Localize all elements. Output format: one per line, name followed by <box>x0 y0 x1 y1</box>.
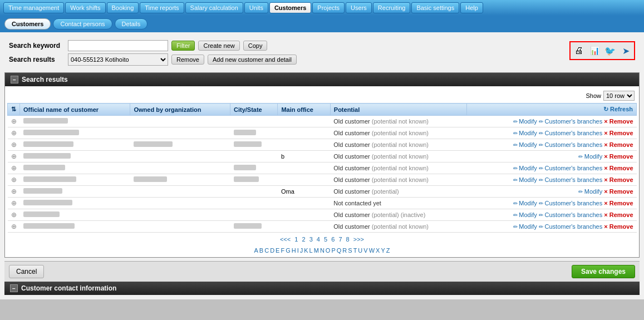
nav-recruiting[interactable]: Recruiting <box>373 2 411 13</box>
add-customer-button[interactable]: Add new customer and detail <box>208 55 297 65</box>
branches-link[interactable]: Customer's branches <box>539 211 602 218</box>
nav-projects[interactable]: Projects <box>312 2 345 13</box>
branches-link[interactable]: Customer's branches <box>539 200 602 206</box>
alpha-C[interactable]: C <box>264 247 269 254</box>
th-city-state[interactable]: City/State <box>230 104 278 116</box>
alpha-F[interactable]: F <box>280 247 285 254</box>
alpha-W[interactable]: W <box>368 247 375 254</box>
alpha-H[interactable]: H <box>291 247 297 254</box>
th-sort[interactable]: ⇅ <box>8 104 20 116</box>
modify-link[interactable]: Modify <box>513 211 537 218</box>
alpha-X[interactable]: X <box>375 247 380 254</box>
page-5[interactable]: 5 <box>323 235 330 243</box>
alpha-S[interactable]: S <box>347 247 352 254</box>
create-new-button[interactable]: Create new <box>198 41 239 51</box>
th-official-name[interactable]: Official name of customer <box>20 104 130 116</box>
modify-link[interactable]: Modify <box>578 153 602 160</box>
row-expand-icon[interactable]: ⊕ <box>11 176 17 184</box>
remove-link[interactable]: Remove <box>604 188 633 195</box>
save-button[interactable]: Save changes <box>572 265 635 278</box>
modify-link[interactable]: Modify <box>513 130 537 136</box>
modify-link[interactable]: Modify <box>578 188 602 195</box>
arrow-icon[interactable]: ➤ <box>619 44 632 57</box>
th-potential[interactable]: Potential <box>330 104 466 116</box>
alpha-V[interactable]: V <box>363 247 368 254</box>
alpha-R[interactable]: R <box>342 247 347 254</box>
branches-link[interactable]: Customer's branches <box>539 130 602 136</box>
page-4[interactable]: 4 <box>316 235 323 243</box>
remove-link[interactable]: Remove <box>604 130 633 136</box>
remove-button[interactable]: Remove <box>171 55 204 65</box>
alpha-K[interactable]: K <box>303 247 308 254</box>
row-expand-icon[interactable]: ⊕ <box>11 223 17 230</box>
modify-link[interactable]: Modify <box>513 141 537 148</box>
remove-link[interactable]: Remove <box>604 200 633 206</box>
search-results-select[interactable]: 040-555123 Kotihoito <box>68 53 168 66</box>
alpha-G[interactable]: G <box>285 247 291 254</box>
modify-link[interactable]: Modify <box>513 176 537 183</box>
page-prev[interactable]: <<< <box>279 235 293 243</box>
modify-link[interactable]: Modify <box>513 200 537 206</box>
nav-work-shifts[interactable]: Work shifts <box>65 2 105 13</box>
page-2[interactable]: 2 <box>301 235 308 243</box>
nav-time-management[interactable]: Time management <box>3 2 64 13</box>
branches-link[interactable]: Customer's branches <box>539 165 602 171</box>
row-expand-icon[interactable]: ⊕ <box>11 164 17 172</box>
subnav-customers[interactable]: Customers <box>4 18 51 29</box>
nav-help[interactable]: Help <box>460 2 483 13</box>
row-expand-icon[interactable]: ⊕ <box>11 141 17 149</box>
copy-button[interactable]: Copy <box>243 41 268 51</box>
nav-customers[interactable]: Customers <box>269 2 311 13</box>
remove-link[interactable]: Remove <box>604 153 633 160</box>
alpha-Y[interactable]: Y <box>380 247 385 254</box>
row-expand-icon[interactable]: ⊕ <box>11 211 17 219</box>
branches-link[interactable]: Customer's branches <box>539 223 602 230</box>
remove-link[interactable]: Remove <box>604 176 633 183</box>
alpha-M[interactable]: M <box>313 247 319 254</box>
contact-collapse-button[interactable]: − <box>10 284 18 292</box>
nav-units[interactable]: Units <box>244 2 268 13</box>
subnav-details[interactable]: Details <box>115 18 148 29</box>
excel-icon[interactable]: 📊 <box>588 44 601 57</box>
remove-link[interactable]: Remove <box>604 165 633 171</box>
alpha-A[interactable]: A <box>254 247 259 254</box>
page-7[interactable]: 7 <box>337 235 345 243</box>
page-6[interactable]: 6 <box>330 235 337 243</box>
nav-basic-settings[interactable]: Basic settings <box>411 2 459 13</box>
search-input[interactable] <box>68 40 168 51</box>
alpha-I[interactable]: I <box>297 247 299 254</box>
branches-link[interactable]: Customer's branches <box>539 118 602 125</box>
alpha-O[interactable]: O <box>325 247 331 254</box>
modify-link[interactable]: Modify <box>513 118 537 125</box>
row-expand-icon[interactable]: ⊕ <box>11 129 17 137</box>
remove-link[interactable]: Remove <box>604 223 633 230</box>
nav-salary-calculation[interactable]: Salary calculation <box>185 2 243 13</box>
remove-link[interactable]: Remove <box>604 141 633 148</box>
refresh-link[interactable]: ↻ Refresh <box>603 106 633 112</box>
subnav-contact-persons[interactable]: Contact persons <box>53 18 112 29</box>
alpha-P[interactable]: P <box>331 247 336 254</box>
row-expand-icon[interactable]: ⊕ <box>11 152 17 160</box>
branches-link[interactable]: Customer's branches <box>539 176 602 183</box>
alpha-L[interactable]: L <box>309 247 313 254</box>
modify-link[interactable]: Modify <box>513 223 537 230</box>
th-main-office[interactable]: Main office <box>278 104 330 116</box>
remove-link[interactable]: Remove <box>604 118 633 125</box>
remove-link[interactable]: Remove <box>604 211 633 218</box>
alpha-N[interactable]: N <box>319 247 325 254</box>
alpha-B[interactable]: B <box>259 247 264 254</box>
show-select[interactable]: 10 row <box>603 91 635 101</box>
filter-button[interactable]: Filter <box>171 41 195 51</box>
row-expand-icon[interactable]: ⊕ <box>11 188 17 195</box>
cancel-button[interactable]: Cancel <box>9 265 44 278</box>
nav-booking[interactable]: Booking <box>107 2 139 13</box>
page-1[interactable]: 1 <box>293 235 301 243</box>
modify-link[interactable]: Modify <box>513 165 537 171</box>
alpha-D[interactable]: D <box>269 247 275 254</box>
page-next[interactable]: >>> <box>352 235 365 243</box>
alpha-Z[interactable]: Z <box>386 247 391 254</box>
nav-users[interactable]: Users <box>346 2 372 13</box>
page-3[interactable]: 3 <box>308 235 316 243</box>
row-expand-icon[interactable]: ⊕ <box>11 117 17 125</box>
alpha-Q[interactable]: Q <box>336 247 342 254</box>
